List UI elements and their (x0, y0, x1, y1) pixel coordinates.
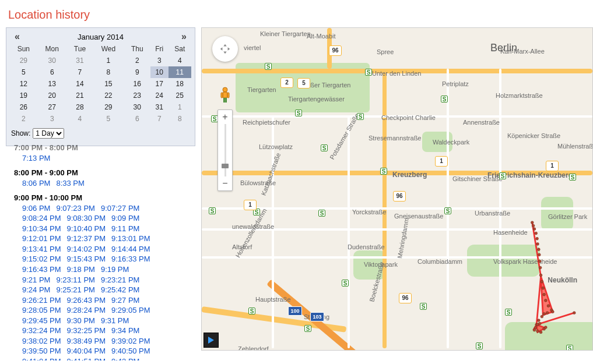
timestamp[interactable]: 7:13 PM (22, 153, 50, 164)
timestamp[interactable]: 9:09 PM (111, 213, 139, 224)
timestamp[interactable]: 9:38:49 PM (67, 336, 106, 347)
zoom-out[interactable]: − (218, 176, 232, 190)
timestamp[interactable]: 9:10:40 PM (67, 224, 106, 234)
calendar-day[interactable]: 11 (169, 66, 191, 78)
timestamp[interactable]: 9:28:05 PM (22, 305, 61, 316)
timestamp[interactable]: 9:13:01 PM (111, 234, 150, 244)
pegman-icon[interactable] (217, 86, 233, 104)
calendar-day[interactable]: 2 (124, 55, 150, 66)
calendar-day[interactable]: 16 (124, 78, 150, 90)
calendar-prev[interactable]: « (15, 31, 20, 42)
calendar-day[interactable]: 5 (10, 66, 37, 78)
play-button[interactable] (203, 333, 219, 348)
timestamp[interactable]: 9:23:21 PM (101, 275, 140, 285)
timestamp[interactable]: 9:27 PM (111, 295, 139, 306)
calendar-day[interactable]: 2 (10, 113, 37, 125)
calendar-next[interactable]: » (181, 31, 187, 42)
timestamp[interactable]: 8:06 PM (22, 178, 50, 189)
calendar-day[interactable]: 21 (67, 90, 93, 101)
timestamp[interactable]: 9:11 PM (111, 224, 139, 234)
timestamp[interactable]: 9:30 PM (67, 316, 95, 326)
calendar-day[interactable]: 17 (150, 78, 169, 90)
timestamp[interactable]: 9:14:44 PM (111, 244, 150, 255)
timestamp[interactable]: 9:25:42 PM (101, 285, 140, 295)
timestamp[interactable]: 9:12:37 PM (67, 234, 106, 244)
timestamp[interactable]: 9:41:04 PM (22, 356, 61, 361)
calendar-day[interactable]: 12 (10, 78, 37, 90)
timestamp[interactable]: 9:31 PM (101, 316, 129, 326)
timestamp-list[interactable]: 7:00 PM - 8:00 PM7:13 PM8:00 PM - 9:00 P… (6, 145, 195, 361)
calendar-day[interactable]: 24 (150, 90, 169, 101)
timestamp[interactable]: 9:14:02 PM (67, 244, 106, 255)
timestamp[interactable]: 9:21 PM (22, 275, 50, 285)
calendar-day[interactable]: 5 (93, 113, 124, 125)
calendar-day[interactable]: 3 (37, 113, 67, 125)
calendar-day[interactable]: 8 (169, 113, 191, 125)
calendar-day[interactable]: 7 (150, 113, 169, 125)
timestamp[interactable]: 9:25:21 PM (56, 285, 95, 295)
timestamp[interactable]: 9:16:33 PM (111, 254, 150, 264)
calendar-day[interactable]: 4 (169, 55, 191, 66)
timestamp[interactable]: 9:07:27 PM (101, 203, 140, 214)
timestamp[interactable]: 9:34 PM (111, 326, 139, 336)
calendar-day[interactable]: 1 (169, 101, 191, 113)
calendar-day[interactable]: 8 (93, 66, 124, 78)
timestamp[interactable]: 9:29:05 PM (111, 305, 150, 316)
timestamp[interactable]: 9:13:41 PM (22, 244, 61, 255)
calendar-day[interactable]: 15 (93, 78, 124, 90)
timestamp[interactable]: 9:41:51 PM (67, 356, 106, 361)
zoom-handle[interactable] (222, 164, 229, 168)
calendar-day[interactable]: 13 (37, 78, 67, 90)
timestamp[interactable]: 9:42 PM (111, 356, 139, 361)
calendar-day[interactable]: 30 (124, 101, 150, 113)
timestamp[interactable]: 9:26:43 PM (67, 295, 106, 306)
timestamp[interactable]: 9:24 PM (22, 285, 50, 295)
timestamp[interactable]: 9:12:01 PM (22, 234, 61, 244)
calendar-day[interactable]: 20 (37, 90, 67, 101)
timestamp[interactable]: 9:39:50 PM (22, 346, 61, 356)
timestamp[interactable]: 9:15:43 PM (67, 254, 106, 264)
calendar-day[interactable]: 19 (10, 90, 37, 101)
timestamp[interactable]: 9:18 PM (67, 264, 95, 275)
calendar-day[interactable]: 22 (93, 90, 124, 101)
zoom-slider[interactable]: + − (217, 109, 233, 191)
timestamp[interactable]: 9:40:04 PM (67, 346, 106, 356)
timestamp[interactable]: 9:26:21 PM (22, 295, 61, 306)
calendar-day[interactable]: 28 (67, 101, 93, 113)
timestamp[interactable]: 9:08:30 PM (67, 213, 106, 224)
calendar-day[interactable]: 25 (169, 90, 191, 101)
timestamp[interactable]: 9:16:43 PM (22, 264, 61, 275)
calendar-day[interactable]: 10 (150, 66, 169, 78)
timestamp[interactable]: 9:08:24 PM (22, 213, 61, 224)
show-select[interactable]: 1 Day (33, 128, 64, 139)
calendar-day[interactable]: 1 (93, 55, 124, 66)
calendar-day[interactable]: 18 (169, 78, 191, 90)
timestamp[interactable]: 9:28:24 PM (67, 305, 106, 316)
timestamp[interactable]: 9:07:23 PM (56, 203, 95, 214)
calendar-day[interactable]: 29 (93, 101, 124, 113)
timestamp[interactable]: 9:32:25 PM (67, 326, 106, 336)
timestamp[interactable]: 9:38:02 PM (22, 336, 61, 347)
calendar-day[interactable]: 29 (10, 55, 37, 66)
map-rotate[interactable] (212, 36, 238, 62)
timestamp[interactable]: 9:06 PM (22, 203, 50, 214)
calendar-day[interactable]: 6 (124, 113, 150, 125)
timestamp[interactable]: 8:33 PM (56, 178, 84, 189)
timestamp[interactable]: 9:40:50 PM (111, 346, 150, 356)
calendar-day[interactable]: 14 (67, 78, 93, 90)
zoom-in[interactable]: + (218, 110, 232, 124)
calendar-day[interactable]: 26 (10, 101, 37, 113)
timestamp[interactable]: 9:29:45 PM (22, 316, 61, 326)
calendar-day[interactable]: 30 (37, 55, 67, 66)
timestamp[interactable]: 9:10:34 PM (22, 224, 61, 234)
calendar-day[interactable]: 9 (124, 66, 150, 78)
calendar-day[interactable]: 31 (67, 55, 93, 66)
calendar-day[interactable]: 7 (67, 66, 93, 78)
timestamp[interactable]: 9:15:02 PM (22, 254, 61, 264)
map[interactable]: Berlin Kreuzberg Friedrichshain-Kreuzber… (201, 27, 593, 351)
timestamp[interactable]: 9:39:02 PM (111, 336, 150, 347)
calendar-day[interactable]: 31 (150, 101, 169, 113)
calendar-day[interactable]: 23 (124, 90, 150, 101)
calendar-day[interactable]: 27 (37, 101, 67, 113)
timestamp[interactable]: 9:19 PM (101, 264, 129, 275)
